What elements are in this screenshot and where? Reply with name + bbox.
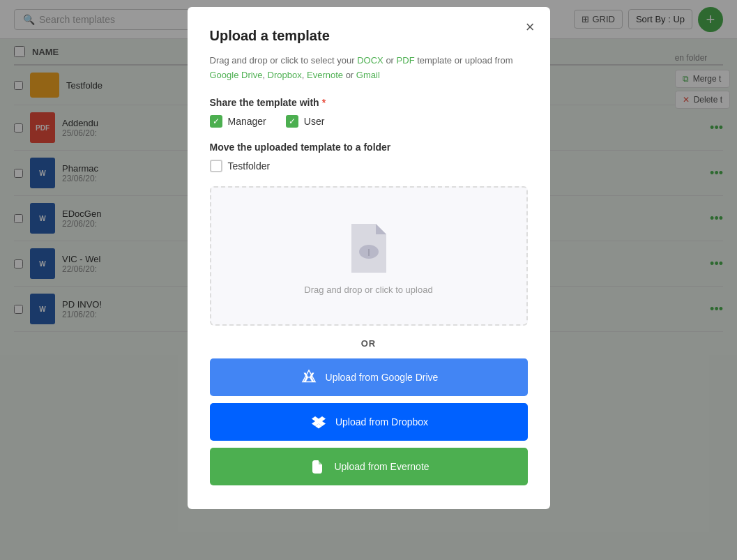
evernote-link[interactable]: Evernote: [307, 70, 343, 80]
drop-zone-icon: [344, 217, 393, 275]
user-checkbox-item[interactable]: ✓ User: [286, 115, 325, 128]
google-drive-button-label: Upload from Google Drive: [326, 372, 439, 383]
google-drive-link[interactable]: Google Drive: [210, 70, 263, 80]
folder-unchecked-box: [210, 160, 222, 172]
share-label: Share the template with *: [210, 97, 528, 108]
upload-dropbox-button[interactable]: Upload from Dropbox: [210, 403, 528, 441]
drop-zone[interactable]: Drag and drop or click to upload: [210, 186, 528, 326]
user-checked-icon: ✓: [286, 115, 298, 128]
pdf-link[interactable]: PDF: [397, 55, 415, 66]
folder-section-label: Move the uploaded template to a folder: [210, 142, 528, 153]
folder-checkbox-item[interactable]: Testfolder: [210, 160, 528, 172]
upload-evernote-button[interactable]: Upload from Evernote: [210, 448, 528, 485]
upload-google-drive-button[interactable]: Upload from Google Drive: [210, 358, 528, 396]
drop-zone-text: Drag and drop or click to upload: [304, 285, 432, 295]
folder-checkbox-label: Testfolder: [228, 160, 271, 172]
desc-plain3: template or upload from: [415, 55, 513, 66]
user-label: User: [304, 116, 325, 127]
manager-checked-icon: ✓: [210, 115, 222, 128]
folder-label-text: Move the uploaded template to a folder: [210, 142, 391, 153]
upload-modal: × Upload a template Drag and drop or cli…: [188, 7, 550, 509]
modal-title: Upload a template: [210, 28, 528, 44]
checkboxes-container: ✓ Manager ✓ User: [210, 115, 528, 128]
desc-plain1: Drag and drop or click to select your: [210, 55, 358, 66]
or-divider: OR: [210, 338, 528, 349]
evernote-icon: [307, 457, 327, 476]
modal-close-button[interactable]: ×: [526, 20, 535, 35]
required-star: *: [322, 97, 326, 108]
evernote-button-label: Upload from Evernote: [334, 461, 429, 472]
manager-label: Manager: [228, 116, 266, 127]
manager-checkbox-item[interactable]: ✓ Manager: [210, 115, 266, 128]
dropbox-icon: [309, 412, 328, 432]
modal-overlay[interactable]: × Upload a template Drag and drop or cli…: [0, 0, 737, 560]
dropbox-link[interactable]: Dropbox: [268, 70, 302, 80]
desc-plain2: or: [383, 55, 397, 66]
svg-point-3: [314, 467, 317, 469]
gmail-link[interactable]: Gmail: [356, 70, 380, 80]
google-drive-icon: [299, 368, 319, 387]
share-label-text: Share the template with: [210, 97, 319, 108]
file-cloud-svg: [344, 217, 393, 273]
dropbox-button-label: Upload from Dropbox: [335, 416, 428, 427]
modal-description: Drag and drop or click to select your DO…: [210, 54, 528, 83]
svg-marker-2: [303, 370, 315, 382]
docx-link[interactable]: DOCX: [357, 55, 383, 66]
folder-section: Testfolder: [210, 160, 528, 172]
